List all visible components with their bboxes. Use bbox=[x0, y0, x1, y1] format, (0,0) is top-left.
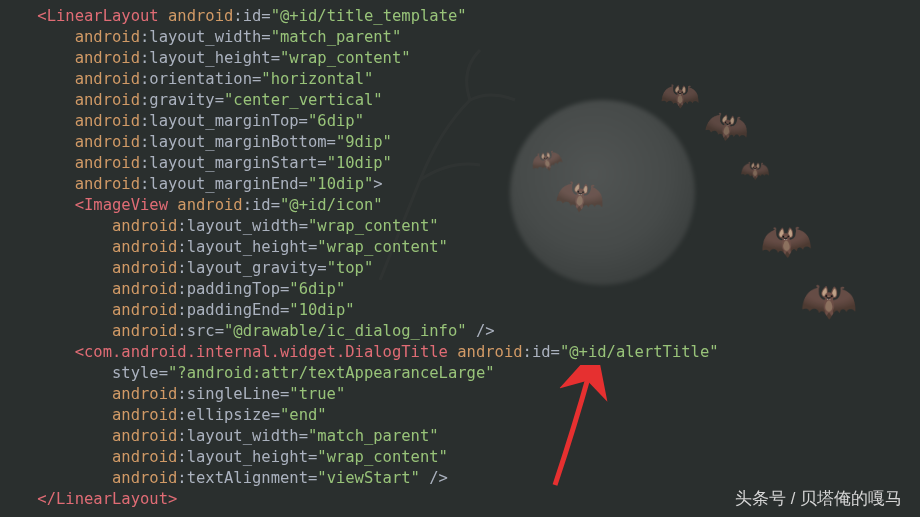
code-line: android:layout_width="match_parent" bbox=[0, 27, 920, 48]
code-line: android:paddingTop="6dip" bbox=[0, 279, 920, 300]
code-line: <ImageView android:id="@+id/icon" bbox=[0, 195, 920, 216]
code-line: android:paddingEnd="10dip" bbox=[0, 300, 920, 321]
code-line: <com.android.internal.widget.DialogTitle… bbox=[0, 342, 920, 363]
code-line: android:ellipsize="end" bbox=[0, 405, 920, 426]
code-line: android:orientation="horizontal" bbox=[0, 69, 920, 90]
xml-code-block: <LinearLayout android:id="@+id/title_tem… bbox=[0, 0, 920, 510]
annotation-arrow bbox=[545, 365, 635, 495]
code-line: android:gravity="center_vertical" bbox=[0, 90, 920, 111]
code-line: android:layout_height="wrap_content" bbox=[0, 447, 920, 468]
code-line: android:layout_gravity="top" bbox=[0, 258, 920, 279]
code-line: android:layout_marginTop="6dip" bbox=[0, 111, 920, 132]
code-line: android:layout_marginStart="10dip" bbox=[0, 153, 920, 174]
code-line: android:layout_marginEnd="10dip"> bbox=[0, 174, 920, 195]
code-line: <LinearLayout android:id="@+id/title_tem… bbox=[0, 6, 920, 27]
code-line: android:layout_height="wrap_content" bbox=[0, 48, 920, 69]
code-line: android:layout_marginBottom="9dip" bbox=[0, 132, 920, 153]
watermark-text: 头条号 / 贝塔俺的嘎马 bbox=[735, 488, 902, 509]
code-line: android:singleLine="true" bbox=[0, 384, 920, 405]
code-line: android:textAlignment="viewStart" /> bbox=[0, 468, 920, 489]
code-line: android:layout_width="wrap_content" bbox=[0, 216, 920, 237]
code-line: style="?android:attr/textAppearanceLarge… bbox=[0, 363, 920, 384]
code-line: android:src="@drawable/ic_dialog_info" /… bbox=[0, 321, 920, 342]
code-line: android:layout_height="wrap_content" bbox=[0, 237, 920, 258]
code-line: android:layout_width="match_parent" bbox=[0, 426, 920, 447]
